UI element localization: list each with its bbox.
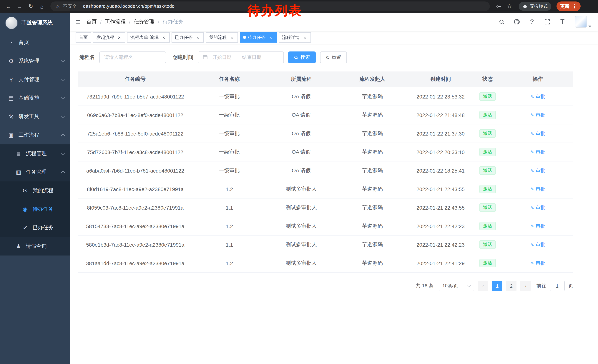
date-range-picker[interactable]: 开始日期 - 结束日期 [198,51,284,63]
tab-4[interactable]: 我的流程× [206,32,238,43]
approve-link[interactable]: ✎审批 [530,167,545,174]
divider [80,4,80,9]
bookmark-star-icon[interactable]: ☆ [505,1,514,11]
cell-task-id: 8f059c03-7ac8-11ec-a9e2-a2380e71991a [78,198,193,217]
approve-link[interactable]: ✎审批 [530,260,545,267]
reset-button[interactable]: ↻ 重置 [320,51,347,63]
sidebar-item-dev-tools[interactable]: ⚒研发工具 [0,107,70,126]
sidebar-item-infrastructure[interactable]: ▤基础设施 [0,89,70,107]
user-avatar[interactable] [575,16,591,28]
sidebar-item-payment-mgmt[interactable]: ¥支付管理 [0,70,70,89]
breadcrumb-task-mgmt[interactable]: 任务管理 [134,18,155,25]
cell-task-name: 1.2 [193,180,266,198]
github-icon[interactable] [513,18,521,26]
tab-5[interactable]: 待办任务× [240,32,277,43]
approve-link[interactable]: ✎审批 [530,130,545,137]
reset-button-label: 重置 [332,54,341,61]
cell-create-time: 2022-01-22 20:33:10 [408,143,473,161]
app-logo-row[interactable]: 芋道管理系统 [0,13,70,33]
sidebar-item-done-task[interactable]: ✔已办任务 [0,218,70,237]
sidebar-item-workflow[interactable]: ▣工作流程 [0,126,70,145]
sidebar-item-todo-task[interactable]: ◉待办任务 [0,200,70,218]
search-button[interactable]: 搜索 [288,51,316,63]
end-date-placeholder[interactable]: 结束日期 [242,54,261,61]
next-page-button[interactable]: › [520,281,531,291]
close-icon[interactable]: × [117,35,122,40]
url-text[interactable]: dashboard.yudao.iocoder.cn/bpm/task/todo [83,4,174,9]
goto-page-input[interactable] [550,281,565,291]
tab-0[interactable]: 首页 [75,32,91,43]
task-table: 任务编号 任务名称 所属流程 流程发起人 创建时间 状态 操作 73211d9d… [78,72,573,273]
help-icon[interactable]: ? [528,18,536,26]
sidebar-item-task-mgmt[interactable]: ▥任务管理 [0,163,70,181]
col-create-time: 创建时间 [408,72,473,87]
reload-icon[interactable]: ↻ [26,1,36,11]
approve-link[interactable]: ✎审批 [530,112,545,118]
breadcrumb-workflow[interactable]: 工作流程 [105,18,126,25]
page-size-select[interactable]: 10条/页 [439,281,474,291]
cell-task-name: 一级审批 [193,106,266,124]
avatar-image [575,16,587,28]
yen-icon: ¥ [8,76,15,83]
breadcrumb-separator: / [158,19,159,25]
status-badge: 激活 [479,111,496,119]
menu-dots-icon[interactable]: ⋮ [572,3,577,9]
cell-process-name: OA 请假 [266,106,336,124]
sidebar-item-leave-query[interactable]: ♟请假查询 [0,237,70,256]
sidebar-item-my-process[interactable]: ✉我的流程 [0,181,70,200]
sidebar-item-label: 系统管理 [18,58,39,65]
tab-6[interactable]: 流程详情× [279,32,311,43]
sidebar-item-home[interactable]: ◔首页 [0,33,70,52]
tab-1[interactable]: 发起流程× [93,32,125,43]
page-button-1[interactable]: 1 [492,281,502,291]
table-row: 381aa1dd-7ac8-11ec-a9e2-a2380e71991a1.2测… [78,254,573,272]
key-icon[interactable] [493,1,503,11]
approve-link[interactable]: ✎审批 [530,204,545,211]
approve-link[interactable]: ✎审批 [530,93,545,100]
prev-page-button[interactable]: ‹ [478,281,488,291]
sidebar-item-system-mgmt[interactable]: ⚙系统管理 [0,52,70,70]
check-icon: ✔ [22,224,29,231]
search-icon[interactable] [498,18,506,26]
process-name-input[interactable]: 请输入流程名 [99,51,166,63]
cell-task-id: 8f0d1619-7ac8-11ec-a9e2-a2380e71991a [78,180,193,198]
close-icon[interactable]: × [302,35,307,40]
close-icon[interactable]: × [161,35,166,40]
approve-link[interactable]: ✎审批 [530,223,545,229]
font-size-icon[interactable]: T [558,18,566,26]
approve-link[interactable]: ✎审批 [530,149,545,155]
status-badge: 激活 [479,203,496,212]
close-icon[interactable]: × [268,35,274,40]
sidebar-toggle-icon[interactable]: ≡ [76,17,81,26]
tools-icon: ⚒ [8,113,15,120]
home-icon[interactable]: ⌂ [37,1,47,11]
approve-link[interactable]: ✎审批 [530,241,545,248]
cell-task-name: 1.1 [193,235,266,254]
cell-task-id: 069c6a63-7b8a-11ec-8ef0-acde48001122 [78,106,193,124]
cell-task-name: 一级审批 [193,143,266,161]
total-count: 共 16 条 [416,283,433,289]
page-button-2[interactable]: 2 [506,281,516,291]
tab-3[interactable]: 已办任务× [172,32,204,43]
security-label[interactable]: 不安全 [63,3,77,9]
tab-label: 流程表单-编辑 [130,34,158,40]
start-date-placeholder[interactable]: 开始日期 [212,54,232,61]
update-label: 更新 [560,3,569,9]
close-icon[interactable]: × [195,35,200,40]
breadcrumb-home[interactable]: 首页 [86,18,97,25]
sidebar-item-process-mgmt[interactable]: ≣流程管理 [0,145,70,163]
tab-2[interactable]: 流程表单-编辑× [127,32,170,43]
approve-link[interactable]: ✎审批 [530,186,545,192]
infra-icon: ▤ [8,95,15,101]
cell-initiator: 芋道源码 [336,106,408,124]
search-button-label: 搜索 [300,54,310,61]
close-icon[interactable]: × [229,35,234,40]
chevron-down-icon [61,77,65,81]
update-button[interactable]: 更新 ⋮ [556,1,581,11]
forward-icon[interactable]: → [15,1,25,11]
fullscreen-icon[interactable] [543,18,551,26]
gear-icon: ⚙ [8,58,15,65]
chevron-up-icon [61,134,65,138]
filter-bar: 流程名 请输入流程名 创建时间 开始日期 - 结束日期 [79,51,598,63]
back-icon[interactable]: ← [4,1,13,11]
